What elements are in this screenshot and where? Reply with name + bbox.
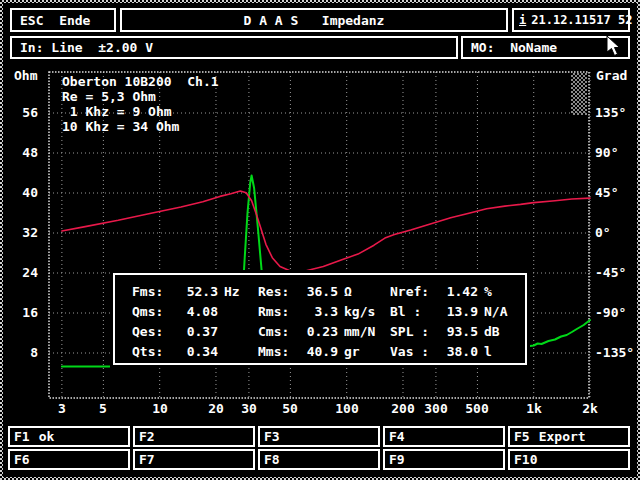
param-value: 38.0 (434, 342, 478, 362)
param-label: Bl : (390, 302, 434, 322)
param-unit: gr (338, 342, 390, 362)
param-unit: N/A (478, 302, 522, 322)
param-value: 4.08 (178, 302, 218, 322)
param-label: SPL : (390, 322, 434, 342)
param-label: Qes: (132, 322, 178, 342)
param-value: 40.9 (295, 342, 338, 362)
param-value: 13.9 (434, 302, 478, 322)
param-value: 0.34 (178, 342, 218, 362)
param-value: 1.42 (434, 282, 478, 302)
measurement-annotation: Oberton 10B200 Ch.1 Re = 5,3 Ohm 1 Khz =… (62, 74, 219, 134)
param-value: 3.3 (295, 302, 338, 322)
param-label: Vas : (390, 342, 434, 362)
dither-artifact (571, 73, 587, 115)
mouse-cursor (606, 35, 622, 57)
param-unit: Ω (338, 282, 390, 302)
ts-parameters-box: Fms:52.3HzRes:36.5ΩNref:1.42%Qms:4.08Rms… (113, 273, 527, 365)
param-unit: dB (478, 322, 522, 342)
param-value: 0.23 (295, 322, 338, 342)
param-value: 36.5 (295, 282, 338, 302)
param-unit: l (478, 342, 522, 362)
param-unit (218, 342, 258, 362)
param-unit (218, 302, 258, 322)
param-label: Rms: (258, 302, 295, 322)
param-unit (218, 322, 258, 342)
param-unit: mm/N (338, 322, 390, 342)
param-label: Qms: (132, 302, 178, 322)
param-label: Nref: (390, 282, 434, 302)
param-unit: kg/s (338, 302, 390, 322)
param-label: Qts: (132, 342, 178, 362)
param-label: Mms: (258, 342, 295, 362)
param-unit: % (478, 282, 522, 302)
param-label: Cms: (258, 322, 295, 342)
param-value: 52.3 (178, 282, 218, 302)
impedance-plot (0, 0, 640, 480)
param-value: 93.5 (434, 322, 478, 342)
param-value: 0.37 (178, 322, 218, 342)
param-label: Res: (258, 282, 295, 302)
param-unit: Hz (218, 282, 258, 302)
daas-screen: ESC Ende D A A S Impedanz i 21.12.11517 … (0, 0, 640, 480)
impedance-phase-curve (62, 191, 590, 271)
param-label: Fms: (132, 282, 178, 302)
